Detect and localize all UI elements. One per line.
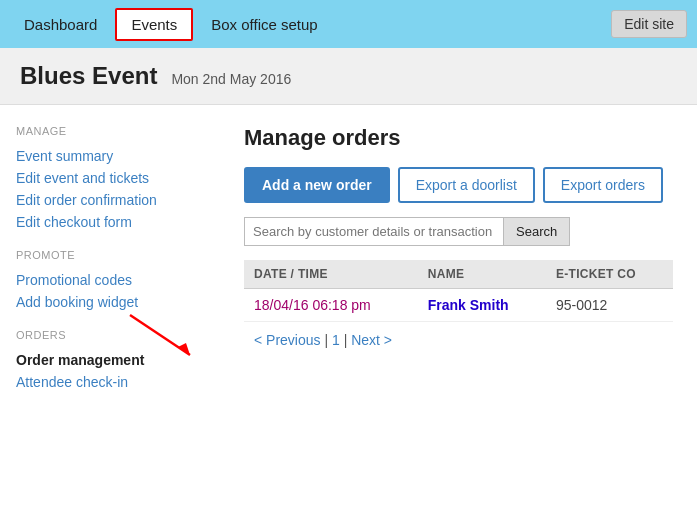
sidebar-item-event-summary[interactable]: Event summary bbox=[16, 145, 204, 167]
page-header: Blues Event Mon 2nd May 2016 bbox=[0, 48, 697, 105]
main-layout: MANAGE Event summary Edit event and tick… bbox=[0, 105, 697, 518]
next-page-link[interactable]: Next > bbox=[351, 332, 392, 348]
orders-table: DATE / TIME NAME E-TICKET CO 18/04/16 06… bbox=[244, 260, 673, 322]
nav-box-office-setup[interactable]: Box office setup bbox=[197, 10, 331, 39]
sidebar-item-attendee-checkin[interactable]: Attendee check-in bbox=[16, 371, 204, 393]
col-name: NAME bbox=[418, 260, 546, 289]
nav-events[interactable]: Events bbox=[115, 8, 193, 41]
sidebar-section-manage: MANAGE bbox=[16, 125, 204, 137]
sidebar-item-promotional-codes[interactable]: Promotional codes bbox=[16, 269, 204, 291]
table-header-row: DATE / TIME NAME E-TICKET CO bbox=[244, 260, 673, 289]
prev-page-link[interactable]: < Previous bbox=[254, 332, 321, 348]
order-name-link[interactable]: Frank Smith bbox=[428, 297, 509, 313]
search-button[interactable]: Search bbox=[504, 217, 570, 246]
order-name[interactable]: Frank Smith bbox=[418, 289, 546, 322]
sidebar-section-orders: ORDERS bbox=[16, 329, 204, 341]
page-1-link[interactable]: 1 bbox=[332, 332, 340, 348]
pagination-sep1: | bbox=[324, 332, 332, 348]
table-row: 18/04/16 06:18 pm Frank Smith 95-0012 bbox=[244, 289, 673, 322]
page-title: Blues Event bbox=[20, 62, 157, 90]
content-area: Manage orders Add a new order Export a d… bbox=[220, 105, 697, 518]
search-input[interactable] bbox=[244, 217, 504, 246]
order-date-value: 18/04/16 06:18 pm bbox=[254, 297, 371, 313]
export-doorlist-button[interactable]: Export a doorlist bbox=[398, 167, 535, 203]
sidebar-section-promote: PROMOTE bbox=[16, 249, 204, 261]
order-date: 18/04/16 06:18 pm bbox=[244, 289, 418, 322]
nav-dashboard[interactable]: Dashboard bbox=[10, 10, 111, 39]
order-eticket: 95-0012 bbox=[546, 289, 673, 322]
pagination: < Previous | 1 | Next > bbox=[244, 322, 673, 358]
search-row: Search bbox=[244, 217, 673, 246]
sidebar: MANAGE Event summary Edit event and tick… bbox=[0, 105, 220, 518]
sidebar-item-add-booking-widget[interactable]: Add booking widget bbox=[16, 291, 204, 313]
add-new-order-button[interactable]: Add a new order bbox=[244, 167, 390, 203]
action-buttons: Add a new order Export a doorlist Export… bbox=[244, 167, 673, 203]
sidebar-item-order-management[interactable]: Order management bbox=[16, 349, 204, 371]
col-eticket: E-TICKET CO bbox=[546, 260, 673, 289]
manage-orders-title: Manage orders bbox=[244, 125, 673, 151]
col-date: DATE / TIME bbox=[244, 260, 418, 289]
page-subtitle: Mon 2nd May 2016 bbox=[171, 71, 291, 87]
sidebar-item-edit-event-tickets[interactable]: Edit event and tickets bbox=[16, 167, 204, 189]
edit-site-button[interactable]: Edit site bbox=[611, 10, 687, 38]
sidebar-item-edit-order-confirmation[interactable]: Edit order confirmation bbox=[16, 189, 204, 211]
export-orders-button[interactable]: Export orders bbox=[543, 167, 663, 203]
sidebar-item-edit-checkout-form[interactable]: Edit checkout form bbox=[16, 211, 204, 233]
top-nav: Dashboard Events Box office setup Edit s… bbox=[0, 0, 697, 48]
